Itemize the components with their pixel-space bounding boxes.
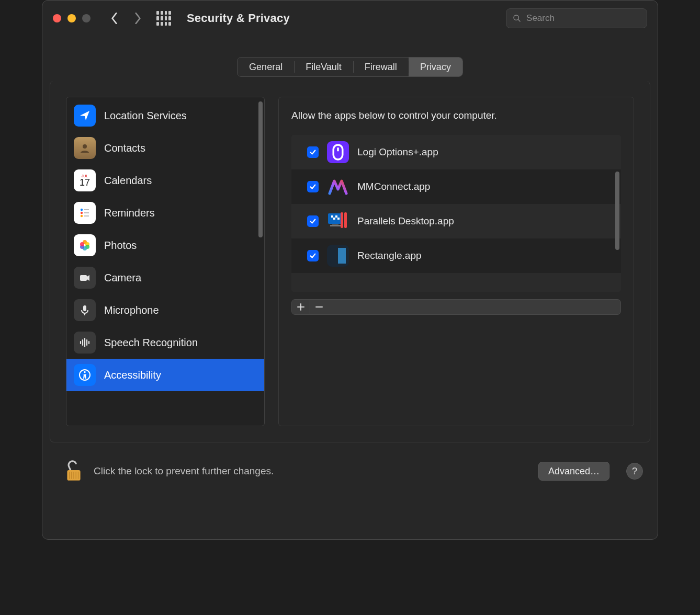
add-button[interactable] bbox=[292, 300, 310, 314]
app-checkbox[interactable] bbox=[307, 215, 319, 227]
app-row-rectangle[interactable]: Rectangle.app bbox=[291, 238, 621, 273]
search-input[interactable] bbox=[526, 13, 640, 24]
sidebar-item-calendars[interactable]: JUL 17 Calendars bbox=[66, 164, 264, 197]
apps-scrollbar[interactable] bbox=[615, 172, 619, 250]
calendar-icon: JUL 17 bbox=[74, 169, 96, 191]
footer: Click the lock to prevent further change… bbox=[42, 442, 658, 494]
help-button[interactable]: ? bbox=[626, 463, 643, 480]
logi-options-icon bbox=[327, 141, 349, 163]
overflow-app-icon bbox=[327, 277, 349, 288]
remove-button[interactable] bbox=[310, 300, 328, 314]
detail-description: Allow the apps below to control your com… bbox=[291, 110, 621, 121]
sidebar-item-accessibility[interactable]: Accessibility bbox=[66, 359, 264, 391]
photos-icon bbox=[74, 234, 96, 256]
svg-rect-33 bbox=[330, 225, 341, 226]
svg-rect-37 bbox=[338, 248, 346, 264]
zoom-button[interactable] bbox=[82, 14, 91, 22]
app-row-logi-options[interactable]: Logi Options+.app bbox=[291, 135, 621, 169]
sidebar-item-label: Speech Recognition bbox=[104, 337, 198, 349]
tab-bar: General FileVault Firewall Privacy bbox=[237, 57, 463, 77]
sidebar-scrollbar[interactable] bbox=[258, 101, 263, 237]
sidebar-item-label: Location Services bbox=[104, 110, 187, 122]
lock-icon[interactable] bbox=[64, 460, 83, 482]
sidebar-item-label: Calendars bbox=[104, 175, 152, 187]
search-icon bbox=[513, 14, 521, 23]
sidebar-item-camera[interactable]: Camera bbox=[66, 261, 264, 294]
app-label: Rectangle.app bbox=[357, 250, 422, 261]
back-button[interactable] bbox=[105, 9, 124, 28]
advanced-button[interactable]: Advanced… bbox=[538, 462, 609, 481]
svg-rect-32 bbox=[332, 224, 338, 225]
tab-privacy[interactable]: Privacy bbox=[409, 58, 462, 76]
sidebar-item-reminders[interactable]: Reminders bbox=[66, 197, 264, 229]
svg-rect-28 bbox=[335, 215, 337, 218]
sidebar-item-label: Photos bbox=[104, 240, 137, 252]
show-all-button[interactable] bbox=[156, 11, 171, 26]
svg-point-14 bbox=[80, 242, 84, 246]
svg-rect-34 bbox=[341, 212, 343, 228]
plus-icon bbox=[297, 303, 304, 311]
sidebar-item-label: Accessibility bbox=[104, 369, 161, 381]
app-checkbox[interactable] bbox=[307, 250, 319, 261]
sidebar-item-label: Microphone bbox=[104, 304, 159, 316]
minimize-button[interactable] bbox=[67, 14, 76, 22]
sidebar-item-microphone[interactable]: Microphone bbox=[66, 294, 264, 326]
sidebar-item-label: Camera bbox=[104, 272, 141, 284]
svg-point-3 bbox=[81, 209, 83, 211]
titlebar: Security & Privacy bbox=[42, 1, 658, 36]
svg-rect-35 bbox=[344, 212, 347, 228]
svg-point-4 bbox=[81, 212, 83, 214]
app-label: Parallels Desktop.app bbox=[357, 215, 454, 227]
app-label: MMConnect.app bbox=[357, 181, 430, 192]
close-button[interactable] bbox=[53, 14, 61, 22]
microphone-icon bbox=[74, 299, 96, 321]
waveform-icon bbox=[74, 332, 96, 354]
sidebar-item-photos[interactable]: Photos bbox=[66, 229, 264, 261]
svg-point-24 bbox=[84, 371, 86, 373]
apps-list[interactable]: Logi Options+.app MMConnect.app bbox=[291, 135, 621, 292]
app-row-parallels-desktop[interactable]: Parallels Desktop.app bbox=[291, 204, 621, 238]
category-sidebar[interactable]: Location Services Contacts JUL 17 Calend… bbox=[66, 97, 265, 426]
svg-rect-31 bbox=[333, 218, 335, 220]
minus-icon bbox=[315, 303, 323, 311]
forward-button[interactable] bbox=[128, 9, 147, 28]
lock-message: Click the lock to prevent further change… bbox=[94, 465, 528, 477]
sidebar-item-speech-recognition[interactable]: Speech Recognition bbox=[66, 326, 264, 359]
detail-pane: Allow the apps below to control your com… bbox=[278, 97, 634, 426]
search-field[interactable] bbox=[506, 8, 647, 28]
app-checkbox[interactable] bbox=[307, 146, 319, 158]
svg-rect-30 bbox=[337, 218, 340, 220]
svg-point-5 bbox=[81, 215, 83, 217]
tab-filevault[interactable]: FileVault bbox=[294, 58, 353, 76]
svg-rect-29 bbox=[331, 215, 333, 218]
parallels-icon bbox=[327, 210, 349, 232]
svg-line-1 bbox=[518, 19, 520, 21]
accessibility-icon bbox=[74, 364, 96, 386]
content-frame: Location Services Contacts JUL 17 Calend… bbox=[50, 81, 650, 442]
window-controls bbox=[53, 14, 91, 22]
svg-rect-25 bbox=[333, 145, 343, 160]
tab-firewall[interactable]: Firewall bbox=[353, 58, 409, 76]
rectangle-icon bbox=[327, 245, 349, 267]
sidebar-item-contacts[interactable]: Contacts bbox=[66, 132, 264, 164]
svg-rect-16 bbox=[83, 305, 86, 311]
window-title: Security & Privacy bbox=[187, 12, 290, 25]
reminders-icon bbox=[74, 202, 96, 224]
camera-icon bbox=[74, 267, 96, 289]
app-label: Logi Options+.app bbox=[357, 146, 438, 158]
preferences-window: Security & Privacy General FileVault Fir… bbox=[42, 0, 658, 540]
tab-general[interactable]: General bbox=[238, 58, 294, 76]
sidebar-item-location-services[interactable]: Location Services bbox=[66, 99, 264, 132]
location-arrow-icon bbox=[74, 105, 96, 127]
sidebar-item-label: Contacts bbox=[104, 142, 145, 154]
app-row-mmconnect[interactable]: MMConnect.app bbox=[291, 169, 621, 204]
mmconnect-icon bbox=[327, 176, 349, 198]
svg-point-2 bbox=[83, 144, 87, 149]
contacts-icon bbox=[74, 137, 96, 159]
app-checkbox[interactable] bbox=[307, 181, 319, 192]
svg-rect-15 bbox=[80, 275, 87, 281]
sidebar-item-label: Reminders bbox=[104, 207, 155, 219]
add-remove-control bbox=[291, 299, 621, 315]
app-row-overflow[interactable] bbox=[291, 273, 621, 292]
tabs-row: General FileVault Firewall Privacy bbox=[42, 36, 658, 77]
